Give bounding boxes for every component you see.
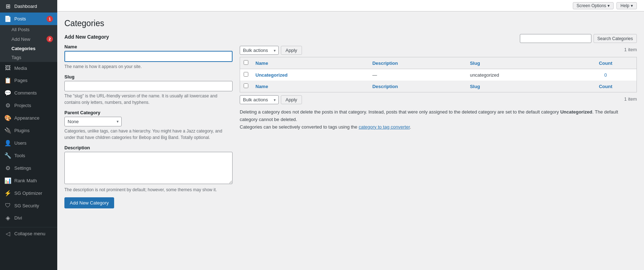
dashboard-icon: ⊞ [4, 3, 11, 10]
sidebar-item-sg-security[interactable]: 🛡 SG Security [0, 199, 57, 212]
sidebar-item-users[interactable]: 👤 Users [0, 137, 57, 149]
settings-icon: ⚙ [4, 165, 11, 172]
sidebar-item-label: SG Optimizer [14, 191, 42, 196]
row-description-cell: — [369, 69, 467, 81]
sidebar-item-appearance[interactable]: 🎨 Appearance [0, 112, 57, 124]
main-content: Screen Options ▾ Help ▾ Categories Add N… [57, 0, 644, 270]
row-checkbox-cell [240, 69, 252, 81]
name-column-sort-bottom[interactable]: Name [255, 84, 268, 89]
slug-column-sort[interactable]: Slug [470, 61, 480, 66]
select-all-checkbox-bottom[interactable] [244, 83, 248, 88]
sidebar-item-add-new[interactable]: Add New 2 [0, 34, 57, 44]
sidebar-item-settings[interactable]: ⚙ Settings [0, 162, 57, 174]
sidebar-item-label: Posts [14, 16, 26, 21]
add-new-category-label: Add New Category [70, 200, 109, 206]
row-name-cell: Uncategorized [252, 69, 369, 81]
slug-row: Slug The "slug" is the URL-friendly vers… [64, 74, 233, 106]
select-all-checkbox-top[interactable] [244, 60, 248, 65]
category-name-link[interactable]: Uncategorized [255, 72, 288, 78]
sidebar-item-categories[interactable]: Categories [0, 44, 57, 53]
description-hint: The description is not prominent by defa… [64, 187, 233, 193]
table-footer-name: Name [252, 81, 369, 92]
bulk-select-top-wrapper: Bulk actions [240, 46, 279, 55]
converter-link[interactable]: category to tag converter [358, 124, 410, 130]
sidebar-item-tools[interactable]: 🔧 Tools [0, 149, 57, 162]
delete-note-text: Deleting a category does not delete the … [240, 109, 560, 115]
table-footer-row: Name Description Slug Count [240, 81, 637, 92]
table-header-checkbox-col [240, 57, 252, 69]
sidebar-item-all-posts[interactable]: All Posts [0, 25, 57, 34]
sidebar-item-sg-optimizer[interactable]: ⚡ SG Optimizer [0, 187, 57, 199]
sidebar-item-label: Media [14, 66, 27, 71]
sidebar: ⊞ Dashboard 📄 Posts 1 All Posts Add New … [0, 0, 57, 270]
apply-button-top[interactable]: Apply [281, 46, 302, 55]
sidebar-item-projects[interactable]: ⚙ Projects [0, 99, 57, 112]
plugins-icon: 🔌 [4, 127, 11, 134]
sidebar-item-pages[interactable]: 📋 Pages [0, 74, 57, 87]
name-row: Name The name is how it appears on your … [64, 44, 233, 70]
item-count-top: 1 item [624, 47, 637, 52]
description-column-sort-bottom[interactable]: Description [372, 84, 398, 89]
help-button[interactable]: Help ▾ [616, 2, 637, 9]
description-input[interactable] [64, 152, 233, 184]
table-header-slug: Slug [466, 57, 575, 69]
sidebar-item-plugins[interactable]: 🔌 Plugins [0, 124, 57, 137]
description-column-sort[interactable]: Description [372, 61, 398, 66]
bulk-select-top[interactable]: Bulk actions [240, 46, 279, 55]
sidebar-item-label: Divi [14, 215, 22, 221]
count-column-sort-bottom[interactable]: Count [599, 84, 613, 89]
sidebar-item-comments[interactable]: 💬 Comments [0, 87, 57, 99]
sidebar-item-posts[interactable]: 📄 Posts 1 [0, 13, 57, 25]
slug-column-sort-bottom[interactable]: Slug [470, 84, 480, 89]
slug-input[interactable] [64, 81, 233, 91]
name-label: Name [64, 44, 233, 49]
screen-options-button[interactable]: Screen Options ▾ [573, 2, 614, 9]
topbar: Screen Options ▾ Help ▾ [57, 0, 644, 11]
sidebar-item-divi[interactable]: ◈ Divi [0, 212, 57, 224]
parent-select[interactable]: None [64, 117, 122, 126]
apply-label-bottom: Apply [286, 97, 297, 102]
all-posts-label: All Posts [11, 27, 30, 32]
divi-icon: ◈ [4, 214, 11, 221]
parent-label: Parent Category [64, 110, 233, 115]
name-hint: The name is how it appears on your site. [64, 63, 233, 70]
users-icon: 👤 [4, 140, 11, 146]
bulk-select-bottom-wrapper: Bulk actions [240, 95, 279, 104]
collapse-icon: ◁ [4, 230, 11, 237]
info-box: Deleting a category does not delete the … [240, 109, 637, 131]
add-new-label: Add New [11, 37, 30, 42]
description-row: Description The description is not promi… [64, 145, 233, 193]
sidebar-item-label: Pages [14, 78, 28, 83]
categories-layout: Add New Category Name The name is how it… [64, 34, 637, 208]
sidebar-item-rank-math[interactable]: 📊 Rank Math [0, 174, 57, 187]
table-header-count: Count [575, 57, 636, 69]
sidebar-item-label: Tools [14, 153, 25, 158]
sidebar-item-label: Plugins [14, 128, 30, 133]
row-count-cell: 0 [575, 69, 636, 81]
bulk-actions-top-row: Bulk actions Apply 1 item [240, 46, 637, 55]
table-header-name: Name [252, 57, 369, 69]
media-icon: 🖼 [4, 65, 11, 71]
table-footer-count: Count [575, 81, 636, 92]
comments-icon: 💬 [4, 90, 11, 96]
sidebar-item-dashboard[interactable]: ⊞ Dashboard [0, 0, 57, 13]
count-column-sort[interactable]: Count [599, 61, 613, 66]
sidebar-item-label: Settings [14, 165, 31, 171]
sidebar-item-media[interactable]: 🖼 Media [0, 62, 57, 74]
row-checkbox[interactable] [244, 72, 248, 77]
sg-security-icon: 🛡 [4, 202, 11, 209]
sidebar-item-tags[interactable]: Tags [0, 53, 57, 62]
name-column-sort[interactable]: Name [255, 61, 268, 66]
collapse-menu[interactable]: ◁ Collapse menu [0, 227, 57, 240]
search-input[interactable] [520, 34, 591, 43]
projects-icon: ⚙ [4, 102, 11, 109]
name-input[interactable] [64, 51, 233, 62]
count-link[interactable]: 0 [604, 72, 607, 78]
apply-button-bottom[interactable]: Apply [281, 95, 302, 104]
add-new-category-button[interactable]: Add New Category [64, 197, 114, 208]
bulk-select-bottom[interactable]: Bulk actions [240, 95, 279, 104]
row-slug-cell: uncategorized [466, 69, 575, 81]
categories-table-area: Search Categories Bulk actions Apply 1 i… [240, 34, 637, 131]
search-categories-button[interactable]: Search Categories [594, 34, 637, 43]
sidebar-item-label: Dashboard [14, 4, 37, 9]
